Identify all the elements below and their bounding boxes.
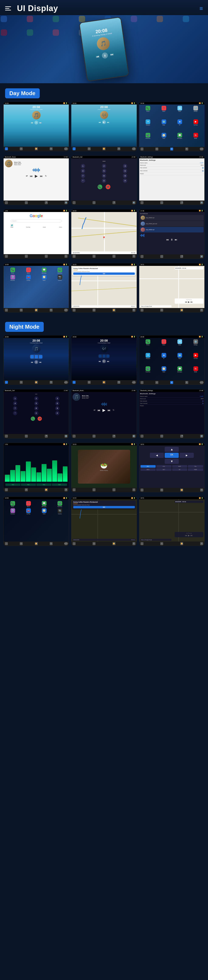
ctrl-btn-8[interactable]: PWR	[188, 468, 203, 471]
gear-icon-night-call[interactable]: ⚙️	[65, 435, 68, 438]
local-track-2[interactable]: 🎵 本地_235536_副本.mp3	[140, 221, 203, 226]
home-icon-night-apps[interactable]: ⌂	[140, 381, 143, 384]
night-dial-hash[interactable]: #	[55, 411, 60, 415]
night-go-btn[interactable]: GO	[73, 506, 135, 508]
music-icon-settings[interactable]: 🎵	[160, 201, 163, 204]
app-phone[interactable]: 📞 Phone	[140, 106, 156, 119]
prev-btn-1[interactable]: ⏮	[31, 121, 33, 124]
night-ios-facetime[interactable]: 📹 FaceTime	[52, 501, 67, 507]
night-app-youtube[interactable]: ▶ YouTube	[188, 353, 203, 366]
home-icon-1[interactable]: ⌂	[5, 147, 8, 150]
app-settings[interactable]: ⚙️ Settings	[188, 106, 203, 119]
signal-icon-night-eq[interactable]: 📶	[45, 488, 48, 491]
nav-next-icon[interactable]: ⏭	[191, 301, 193, 303]
night-ios-camera[interactable]: 📷 Camera	[52, 508, 67, 514]
gps-night-1[interactable]: 🔭	[50, 381, 53, 384]
home-icon-3[interactable]: ⌂	[140, 148, 143, 151]
dial-9[interactable]: 9	[123, 174, 127, 178]
nav-up-btn[interactable]: ▲	[165, 447, 179, 452]
app-messages[interactable]: 💬 Messages	[172, 133, 187, 146]
gear-icon-call[interactable]: ⚙️	[132, 201, 136, 204]
night-ios-phone[interactable]: 📞 Phone	[5, 501, 20, 507]
ios-music[interactable]: 🎵 Music	[21, 267, 36, 274]
dial-1[interactable]: 1	[81, 164, 85, 168]
app-waze[interactable]: W Waze	[172, 106, 187, 119]
night-ios-safari[interactable]: 🧭 Safari	[37, 508, 51, 514]
ctrl-btn-2[interactable]: VOL	[156, 465, 172, 468]
hero-play-btn[interactable]: ⏸	[101, 52, 108, 59]
auto-icon-ios[interactable]: AUTO	[65, 309, 68, 312]
mail-icon-1[interactable]: ✉	[20, 147, 23, 150]
night-nav-next[interactable]: ⏭	[191, 534, 193, 537]
apps-icon-3[interactable]: ⊞	[170, 148, 173, 151]
nav-down-btn[interactable]: ▼	[165, 459, 179, 464]
gps-icon-night-ios[interactable]: 🔭	[50, 542, 53, 545]
apps-icon-night[interactable]: ⊞	[170, 381, 173, 384]
night-app-phone[interactable]: 📞 Phone	[140, 339, 156, 352]
hero-next-icon[interactable]: ⏭	[110, 52, 114, 57]
night-dial-2[interactable]: 2	[34, 396, 38, 401]
night-dial-1[interactable]: 1	[13, 396, 17, 401]
hero-prev-icon[interactable]: ⏮	[96, 54, 99, 59]
local-play-icon[interactable]: ⏸	[170, 238, 173, 241]
fwd-icon-google[interactable]: →	[45, 255, 48, 258]
back-icon-night-food[interactable]: ←	[93, 488, 96, 491]
ios-safari[interactable]: 🧭 Safari	[37, 275, 51, 281]
night-bt-next[interactable]: ⏭	[108, 409, 110, 412]
phone-icon-bt[interactable]: 📞	[5, 201, 8, 204]
auto-icon-1[interactable]: AUTO	[65, 147, 68, 150]
music-icon-bt[interactable]: 🎵	[25, 201, 28, 204]
gear-icon-night-music[interactable]: ⚙️	[132, 435, 136, 438]
ios-facetime[interactable]: 📹 FaceTime	[52, 267, 67, 274]
menu-icon[interactable]	[5, 4, 14, 13]
music-icon-night-settings[interactable]: 🎵	[160, 435, 163, 438]
home-icon-dir[interactable]: ⌂	[140, 309, 143, 312]
dial-4[interactable]: 4	[81, 169, 85, 173]
home-night-2[interactable]: ⌂	[72, 381, 76, 384]
gps-icon-night-coffee[interactable]: 🔭	[132, 542, 136, 545]
ctrl-btn-1[interactable]: SRC	[140, 465, 156, 468]
gps-icon-2[interactable]: 🔭	[117, 147, 120, 150]
signal-icon-night-map[interactable]: 📶	[180, 488, 183, 492]
eq-preset-4[interactable]: EQ4	[52, 484, 67, 486]
back-icon-google[interactable]: ←	[25, 255, 28, 258]
music-icon-night-music[interactable]: 🎵	[93, 435, 96, 438]
night-end-call-btn[interactable]: 📵	[38, 417, 42, 421]
home-icon-night-eq[interactable]: ⌂	[5, 488, 8, 491]
mail-icon-night-map[interactable]: ✉	[160, 488, 163, 492]
auto-icon-night-ios[interactable]: AUTO	[65, 542, 68, 545]
night-dial-5[interactable]: 5	[34, 401, 38, 406]
night-app-bt[interactable]: ◈ BT	[156, 353, 171, 366]
dial-5[interactable]: 5	[102, 169, 106, 173]
dial-star[interactable]: *	[81, 178, 85, 183]
nav-play-icon[interactable]: ▶	[188, 301, 190, 303]
eq-preset-2[interactable]: EQ2	[21, 484, 36, 486]
gear-icon-settings[interactable]: ⚙️	[200, 201, 203, 204]
phone-icon-call[interactable]: 📞	[72, 201, 76, 204]
gps-icon-dir[interactable]: 🔭	[200, 309, 203, 312]
local-prev-icon[interactable]: ⏮	[166, 238, 169, 241]
night-bt-prev[interactable]: ⏮	[98, 409, 100, 412]
night-bt-shuffle[interactable]: ⇄	[94, 409, 95, 411]
gps-icon-night-apps[interactable]: 🔭	[185, 381, 188, 384]
gear-icon-night-settings[interactable]: ⚙️	[200, 435, 203, 438]
dial-7[interactable]: 7	[81, 174, 85, 178]
gear-icon-local[interactable]: ⚙️	[200, 255, 203, 258]
home-icon-coffee[interactable]: ⌂	[72, 309, 76, 312]
app-telegram[interactable]: ✈ Telegram	[140, 119, 156, 132]
night-app-safari[interactable]: 🧭 Safari	[156, 366, 171, 379]
zoom-in-map[interactable]: +	[93, 255, 96, 258]
night-app-netflix[interactable]: N Netflix	[188, 366, 203, 379]
gps-icon-night-eq[interactable]: 🔭	[65, 488, 68, 491]
night-next-2[interactable]: ⏭	[107, 360, 109, 363]
dial-hash[interactable]: #	[123, 178, 127, 183]
night-ios-music[interactable]: 🎵 Music	[21, 501, 36, 507]
bt-next-icon[interactable]: ⏭	[40, 174, 43, 178]
night-ios-messages[interactable]: 💬 Messages	[37, 501, 51, 507]
ctrl-btn-6[interactable]: SET	[156, 468, 172, 471]
signal-icon-ios[interactable]: 📶	[35, 309, 38, 312]
call-btn[interactable]: 📞	[98, 185, 102, 189]
gps-night-2[interactable]: 🔭	[117, 381, 120, 384]
gps-icon-coffee[interactable]: 🔭	[132, 309, 136, 312]
gps-icon-night-map[interactable]: 🔭	[200, 488, 203, 492]
